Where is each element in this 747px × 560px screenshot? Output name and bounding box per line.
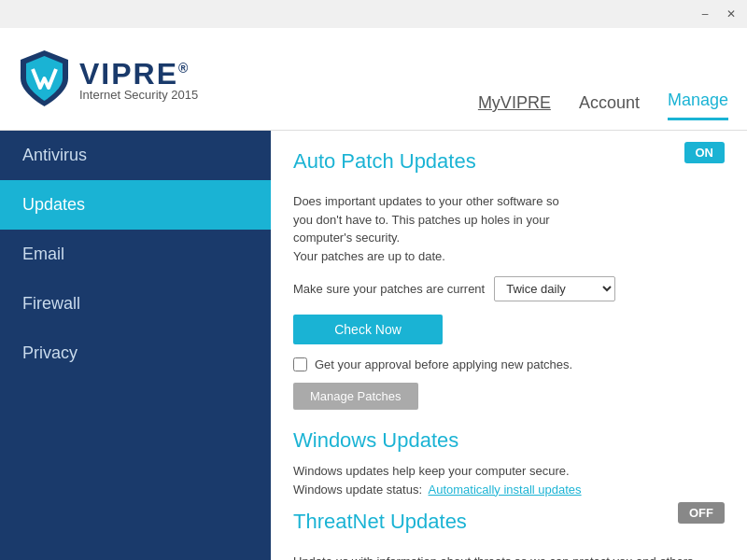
logo-text: VIPRE® Internet Security 2015 xyxy=(79,57,198,102)
auto-patch-desc-line4: Your patches are up to date. xyxy=(293,249,445,263)
sidebar-item-firewall[interactable]: Firewall xyxy=(0,279,271,329)
windows-updates-title: Windows Updates xyxy=(293,428,725,453)
windows-updates-desc: Windows updates help keep your computer … xyxy=(293,462,725,498)
auto-patch-toggle[interactable]: ON xyxy=(684,142,726,163)
sidebar-item-email[interactable]: Email xyxy=(0,230,271,279)
windows-update-status-label: Windows update status: xyxy=(293,483,422,497)
header: VIPRE® Internet Security 2015 MyVIPRE Ac… xyxy=(0,28,747,131)
nav-myvipre[interactable]: MyVIPRE xyxy=(478,93,551,120)
windows-updates-desc-line1: Windows updates help keep your computer … xyxy=(293,464,570,478)
nav-manage[interactable]: Manage xyxy=(668,91,728,120)
auto-patch-desc-line3: computer's security. xyxy=(293,231,400,245)
sidebar: Antivirus Updates Email Firewall Privacy xyxy=(0,131,271,560)
vipre-name: VIPRE xyxy=(79,57,178,91)
sidebar-item-privacy[interactable]: Privacy xyxy=(0,329,271,378)
auto-patch-header-row: Auto Patch Updates ON xyxy=(293,149,725,183)
content-area: Auto Patch Updates ON Does important upd… xyxy=(271,131,747,560)
nav-account[interactable]: Account xyxy=(579,93,640,120)
threatnet-toggle[interactable]: OFF xyxy=(678,502,725,524)
sidebar-item-updates[interactable]: Updates xyxy=(0,180,271,230)
minimize-button[interactable]: – xyxy=(697,6,713,22)
auto-patch-desc-line1: Does important updates to your other sof… xyxy=(293,194,559,208)
frequency-row: Make sure your patches are current Twice… xyxy=(293,276,725,301)
windows-update-link[interactable]: Automatically install updates xyxy=(429,483,582,497)
logo-subtitle: Internet Security 2015 xyxy=(79,88,198,102)
auto-patch-desc-line2: you don't have to. This patches up holes… xyxy=(293,213,550,227)
approval-checkbox[interactable] xyxy=(293,357,307,371)
auto-patch-section: Auto Patch Updates ON Does important upd… xyxy=(293,149,725,428)
manage-patches-button[interactable]: Manage Patches xyxy=(293,383,418,410)
nav-area: MyVIPRE Account Manage xyxy=(289,28,728,130)
auto-patch-description: Does important updates to your other sof… xyxy=(293,192,725,265)
logo-area: VIPRE® Internet Security 2015 xyxy=(19,49,289,109)
trademark: ® xyxy=(178,61,190,76)
auto-patch-title: Auto Patch Updates xyxy=(293,149,476,174)
threatnet-title: ThreatNet Updates xyxy=(293,510,467,534)
vipre-shield-icon xyxy=(19,49,70,109)
main-layout: Antivirus Updates Email Firewall Privacy… xyxy=(0,131,747,560)
close-button[interactable]: ✕ xyxy=(723,6,740,22)
approval-label: Get your approval before applying new pa… xyxy=(315,357,572,371)
windows-updates-section: Windows Updates Windows updates help kee… xyxy=(293,428,725,498)
title-bar: – ✕ xyxy=(0,0,747,28)
threatnet-header-row: ThreatNet Updates OFF xyxy=(293,510,725,543)
freq-label: Make sure your patches are current xyxy=(293,282,485,296)
sidebar-item-antivirus[interactable]: Antivirus xyxy=(0,131,271,180)
threatnet-desc: Update us with information about threats… xyxy=(293,553,725,560)
threatnet-section: ThreatNet Updates OFF Update us with inf… xyxy=(293,510,725,560)
check-now-button[interactable]: Check Now xyxy=(293,315,443,344)
logo-vipre-text: VIPRE® xyxy=(79,57,198,91)
approval-checkbox-row: Get your approval before applying new pa… xyxy=(293,357,725,371)
frequency-select[interactable]: Twice daily Daily Weekly xyxy=(494,276,615,301)
